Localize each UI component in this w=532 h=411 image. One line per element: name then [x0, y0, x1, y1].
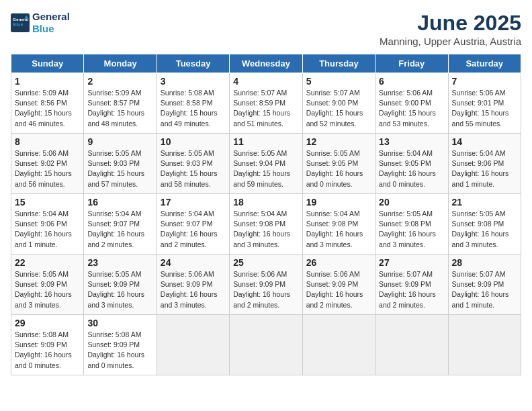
page-header: General Blue General Blue June 2025 Mann… — [11, 11, 521, 47]
day-info: Sunrise: 5:08 AM Sunset: 9:09 PM Dayligh… — [15, 330, 80, 371]
calendar-cell: 29Sunrise: 5:08 AM Sunset: 9:09 PM Dayli… — [11, 315, 84, 375]
calendar-cell: 15Sunrise: 5:04 AM Sunset: 9:06 PM Dayli… — [11, 194, 84, 255]
calendar-cell: 11Sunrise: 5:05 AM Sunset: 9:04 PM Dayli… — [230, 134, 302, 194]
day-number: 27 — [379, 257, 444, 268]
calendar-cell — [302, 315, 375, 375]
week-row-3: 15Sunrise: 5:04 AM Sunset: 9:06 PM Dayli… — [11, 194, 521, 255]
calendar-cell: 25Sunrise: 5:06 AM Sunset: 9:09 PM Dayli… — [230, 255, 302, 315]
day-number: 15 — [15, 197, 80, 208]
logo: General Blue General Blue — [11, 11, 70, 35]
day-number: 2 — [87, 76, 152, 87]
calendar-cell — [448, 315, 521, 375]
calendar-cell: 12Sunrise: 5:05 AM Sunset: 9:05 PM Dayli… — [302, 134, 375, 194]
day-number: 29 — [15, 318, 80, 328]
calendar-cell: 6Sunrise: 5:06 AM Sunset: 9:00 PM Daylig… — [375, 73, 448, 134]
calendar-cell: 10Sunrise: 5:05 AM Sunset: 9:03 PM Dayli… — [157, 134, 229, 194]
calendar-cell: 14Sunrise: 5:04 AM Sunset: 9:06 PM Dayli… — [448, 134, 521, 194]
day-info: Sunrise: 5:06 AM Sunset: 9:09 PM Dayligh… — [306, 269, 371, 310]
logo-text-line2: Blue — [32, 23, 70, 35]
calendar-cell: 8Sunrise: 5:06 AM Sunset: 9:02 PM Daylig… — [11, 134, 84, 194]
day-info: Sunrise: 5:05 AM Sunset: 9:08 PM Dayligh… — [379, 209, 444, 250]
day-number: 18 — [233, 197, 298, 208]
day-number: 13 — [379, 136, 444, 147]
calendar-cell: 4Sunrise: 5:07 AM Sunset: 8:59 PM Daylig… — [230, 73, 302, 134]
weekday-header-thursday: Thursday — [302, 54, 375, 73]
calendar-cell: 16Sunrise: 5:04 AM Sunset: 9:07 PM Dayli… — [84, 194, 157, 255]
day-number: 1 — [15, 76, 80, 87]
calendar-cell: 19Sunrise: 5:04 AM Sunset: 9:08 PM Dayli… — [302, 194, 375, 255]
calendar-cell: 21Sunrise: 5:05 AM Sunset: 9:08 PM Dayli… — [448, 194, 521, 255]
weekday-header-tuesday: Tuesday — [157, 54, 229, 73]
calendar-cell: 23Sunrise: 5:05 AM Sunset: 9:09 PM Dayli… — [84, 255, 157, 315]
calendar-cell: 28Sunrise: 5:07 AM Sunset: 9:09 PM Dayli… — [448, 255, 521, 315]
day-number: 23 — [87, 257, 152, 268]
day-info: Sunrise: 5:05 AM Sunset: 9:09 PM Dayligh… — [15, 269, 80, 310]
day-info: Sunrise: 5:05 AM Sunset: 9:03 PM Dayligh… — [87, 148, 152, 189]
day-info: Sunrise: 5:07 AM Sunset: 9:09 PM Dayligh… — [379, 269, 444, 310]
day-info: Sunrise: 5:08 AM Sunset: 9:09 PM Dayligh… — [87, 330, 152, 371]
calendar-cell — [230, 315, 302, 375]
day-number: 4 — [233, 76, 298, 87]
day-number: 16 — [87, 197, 152, 208]
day-number: 26 — [306, 257, 371, 268]
day-info: Sunrise: 5:05 AM Sunset: 9:05 PM Dayligh… — [306, 148, 371, 189]
day-info: Sunrise: 5:05 AM Sunset: 9:09 PM Dayligh… — [87, 269, 152, 310]
day-info: Sunrise: 5:04 AM Sunset: 9:06 PM Dayligh… — [452, 148, 517, 189]
day-number: 19 — [306, 197, 371, 208]
week-row-4: 22Sunrise: 5:05 AM Sunset: 9:09 PM Dayli… — [11, 255, 521, 315]
title-block: June 2025 Manning, Upper Austria, Austri… — [380, 11, 521, 47]
calendar-cell — [157, 315, 229, 375]
day-number: 8 — [15, 136, 80, 147]
calendar-cell: 26Sunrise: 5:06 AM Sunset: 9:09 PM Dayli… — [302, 255, 375, 315]
day-info: Sunrise: 5:05 AM Sunset: 9:08 PM Dayligh… — [452, 209, 517, 250]
calendar-cell — [375, 315, 448, 375]
logo-icon: General Blue — [11, 13, 30, 32]
day-info: Sunrise: 5:06 AM Sunset: 9:09 PM Dayligh… — [233, 269, 298, 310]
weekday-header-row: SundayMondayTuesdayWednesdayThursdayFrid… — [11, 54, 521, 73]
svg-text:Blue: Blue — [13, 22, 23, 27]
day-info: Sunrise: 5:06 AM Sunset: 9:00 PM Dayligh… — [379, 88, 444, 129]
calendar-cell: 17Sunrise: 5:04 AM Sunset: 9:07 PM Dayli… — [157, 194, 229, 255]
calendar-title: June 2025 — [380, 11, 521, 36]
day-info: Sunrise: 5:09 AM Sunset: 8:57 PM Dayligh… — [87, 88, 152, 129]
calendar-cell: 1Sunrise: 5:09 AM Sunset: 8:56 PM Daylig… — [11, 73, 84, 134]
day-number: 20 — [379, 197, 444, 208]
weekday-header-friday: Friday — [375, 54, 448, 73]
day-info: Sunrise: 5:07 AM Sunset: 8:59 PM Dayligh… — [233, 88, 298, 129]
day-number: 6 — [379, 76, 444, 87]
day-number: 30 — [87, 318, 152, 328]
calendar-cell: 9Sunrise: 5:05 AM Sunset: 9:03 PM Daylig… — [84, 134, 157, 194]
day-number: 5 — [306, 76, 371, 87]
day-info: Sunrise: 5:09 AM Sunset: 8:56 PM Dayligh… — [15, 88, 80, 129]
weekday-header-saturday: Saturday — [448, 54, 521, 73]
week-row-2: 8Sunrise: 5:06 AM Sunset: 9:02 PM Daylig… — [11, 134, 521, 194]
day-number: 11 — [233, 136, 298, 147]
day-number: 12 — [306, 136, 371, 147]
day-number: 28 — [452, 257, 517, 268]
calendar-cell: 3Sunrise: 5:08 AM Sunset: 8:58 PM Daylig… — [157, 73, 229, 134]
day-info: Sunrise: 5:06 AM Sunset: 9:02 PM Dayligh… — [15, 148, 80, 189]
calendar-cell: 22Sunrise: 5:05 AM Sunset: 9:09 PM Dayli… — [11, 255, 84, 315]
weekday-header-monday: Monday — [84, 54, 157, 73]
day-info: Sunrise: 5:08 AM Sunset: 8:58 PM Dayligh… — [161, 88, 226, 129]
calendar-cell: 13Sunrise: 5:04 AM Sunset: 9:05 PM Dayli… — [375, 134, 448, 194]
day-number: 10 — [161, 136, 226, 147]
day-number: 22 — [15, 257, 80, 268]
day-info: Sunrise: 5:04 AM Sunset: 9:08 PM Dayligh… — [306, 209, 371, 250]
weekday-header-wednesday: Wednesday — [230, 54, 302, 73]
day-info: Sunrise: 5:04 AM Sunset: 9:07 PM Dayligh… — [87, 209, 152, 250]
calendar-cell: 24Sunrise: 5:06 AM Sunset: 9:09 PM Dayli… — [157, 255, 229, 315]
day-info: Sunrise: 5:04 AM Sunset: 9:06 PM Dayligh… — [15, 209, 80, 250]
week-row-5: 29Sunrise: 5:08 AM Sunset: 9:09 PM Dayli… — [11, 315, 521, 375]
weekday-header-sunday: Sunday — [11, 54, 84, 73]
day-number: 17 — [161, 197, 226, 208]
calendar-cell: 2Sunrise: 5:09 AM Sunset: 8:57 PM Daylig… — [84, 73, 157, 134]
day-info: Sunrise: 5:05 AM Sunset: 9:04 PM Dayligh… — [233, 148, 298, 189]
calendar-cell: 7Sunrise: 5:06 AM Sunset: 9:01 PM Daylig… — [448, 73, 521, 134]
calendar-cell: 30Sunrise: 5:08 AM Sunset: 9:09 PM Dayli… — [84, 315, 157, 375]
day-info: Sunrise: 5:07 AM Sunset: 9:00 PM Dayligh… — [306, 88, 371, 129]
day-info: Sunrise: 5:06 AM Sunset: 9:01 PM Dayligh… — [452, 88, 517, 129]
day-number: 9 — [87, 136, 152, 147]
day-info: Sunrise: 5:04 AM Sunset: 9:05 PM Dayligh… — [379, 148, 444, 189]
day-number: 3 — [161, 76, 226, 87]
